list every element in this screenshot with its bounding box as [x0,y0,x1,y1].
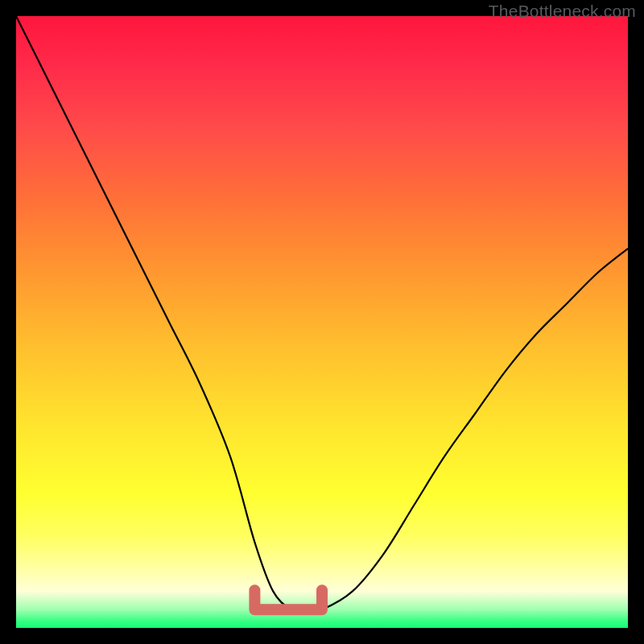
curve-line [16,16,628,611]
watermark-label: TheBottleneck.com [489,2,636,21]
chart-frame: TheBottleneck.com [0,0,644,644]
optimal-range-highlight [254,590,322,609]
bottleneck-curve [16,16,628,628]
plot-area [16,16,628,628]
